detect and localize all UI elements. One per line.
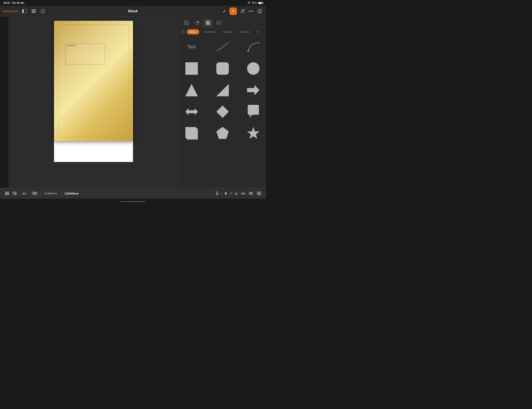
shape-text[interactable]: Text (182, 39, 201, 55)
svg-rect-53 (257, 194, 258, 195)
list-style-button[interactable] (3, 188, 11, 199)
filter-geometry[interactable]: Geometry (201, 29, 218, 35)
sidebar-toggle-button[interactable] (21, 8, 28, 15)
svg-rect-39 (5, 192, 9, 192)
tab-table[interactable] (181, 19, 191, 27)
speech-bubble-shape (246, 104, 261, 119)
battery-percent: 82% (252, 1, 257, 4)
svg-rect-29 (185, 62, 198, 75)
bold-button[interactable]: B (223, 192, 228, 195)
svg-rect-22 (217, 21, 221, 25)
shape-line[interactable] (213, 39, 232, 55)
keyboard-abc-button[interactable]: abc (20, 188, 28, 199)
shape-pentagon[interactable] (213, 125, 232, 142)
shape-triangle[interactable] (182, 82, 201, 98)
language-button[interactable]: FR (30, 188, 39, 199)
autocomplete-2[interactable]: Cafetières (62, 192, 81, 195)
bottom-toolbar: abc FR «Cafetière» Cafetières B I U AA (0, 188, 266, 199)
svg-rect-49 (249, 193, 252, 194)
right-triangle-shape (215, 83, 230, 97)
export-icon (257, 9, 262, 13)
tab-shapes[interactable] (203, 19, 213, 27)
arrow-right-shape (246, 83, 261, 97)
pen-tool-button[interactable] (221, 8, 227, 15)
triangle-shape (184, 83, 199, 97)
more-format-button[interactable] (255, 192, 263, 195)
shape-diamond[interactable] (213, 103, 232, 120)
shapes-tab-icon (206, 20, 210, 25)
add-icon: + (232, 9, 235, 13)
shape-right-triangle[interactable] (213, 82, 232, 98)
svg-point-28 (247, 50, 249, 52)
svg-marker-32 (185, 84, 198, 96)
svg-rect-1 (22, 9, 24, 13)
left-sidebar: · · (0, 17, 8, 188)
documents-button[interactable]: Documents (3, 9, 19, 13)
history-icon (40, 9, 45, 13)
page-wrapper: La Cafetière (50, 21, 137, 162)
italic-button[interactable]: I (229, 192, 233, 195)
list-style-icon (5, 192, 9, 195)
main-content: · · La Cafetière (0, 17, 266, 188)
toolbar-right: + (178, 8, 263, 15)
line-shape (215, 41, 230, 53)
filter-objects[interactable]: Objects (220, 29, 235, 35)
text-align-button[interactable] (247, 192, 255, 195)
home-bar (121, 201, 145, 202)
svg-rect-45 (217, 192, 218, 194)
chart-icon (195, 20, 200, 25)
svg-rect-19 (208, 21, 210, 23)
svg-point-6 (241, 9, 243, 12)
svg-marker-34 (247, 85, 260, 95)
list-view-button[interactable] (30, 8, 37, 15)
underline-button[interactable]: U (234, 192, 239, 195)
filter-animals[interactable]: Animals (237, 29, 252, 35)
notched-square-shape (184, 126, 199, 141)
text-box-content[interactable]: La Cafetière (66, 44, 105, 47)
export-button[interactable] (256, 8, 263, 15)
shape-double-arrow[interactable] (182, 103, 201, 120)
separator-1 (19, 191, 19, 196)
search-icon (181, 30, 185, 33)
svg-rect-44 (13, 194, 17, 195)
status-bar: 16:42 Tue 25 Jan ... 82% (0, 0, 266, 6)
filter-basic[interactable]: Basic (187, 29, 199, 35)
tab-media[interactable] (214, 19, 224, 27)
svg-marker-35 (185, 108, 198, 115)
search-button[interactable] (181, 30, 185, 34)
svg-line-25 (184, 32, 185, 33)
list-icon (32, 9, 36, 13)
shape-speech-bubble[interactable] (244, 103, 263, 120)
bottom-toolbar-right: B I U AA (211, 191, 263, 196)
more-options-button[interactable] (248, 8, 254, 15)
font-size-button[interactable]: AA (239, 192, 247, 195)
sidebar-icon (22, 9, 27, 13)
shape-notched-square[interactable] (182, 125, 201, 142)
home-indicator (0, 199, 266, 204)
shape-circle[interactable] (244, 60, 263, 77)
shapes-row-1 (182, 60, 263, 77)
star-shape (246, 126, 261, 141)
add-button[interactable]: + (229, 8, 237, 15)
svg-rect-3 (32, 11, 36, 11)
text-box[interactable]: La Cafetière (66, 44, 105, 64)
svg-point-31 (247, 62, 260, 75)
shape-curve[interactable] (244, 39, 263, 55)
table-icon (184, 20, 189, 25)
collaboration-button[interactable] (239, 8, 246, 15)
diamond-shape (215, 104, 230, 119)
indent-button[interactable] (11, 188, 18, 199)
document-page[interactable]: La Cafetière (54, 21, 133, 141)
document-area[interactable]: La Cafetière (8, 17, 179, 188)
shape-rounded-square[interactable] (213, 60, 232, 77)
shape-square[interactable] (182, 60, 201, 77)
shape-arrow-right[interactable] (244, 82, 263, 98)
shape-star[interactable] (244, 125, 263, 142)
status-right: 82% (247, 1, 263, 4)
filter-more[interactable]: N (254, 29, 262, 35)
autocomplete-1[interactable]: «Cafetière» (41, 192, 60, 195)
microphone-button[interactable] (214, 191, 220, 196)
history-button[interactable] (39, 8, 46, 15)
tab-chart[interactable] (192, 19, 202, 27)
svg-rect-50 (249, 194, 253, 195)
